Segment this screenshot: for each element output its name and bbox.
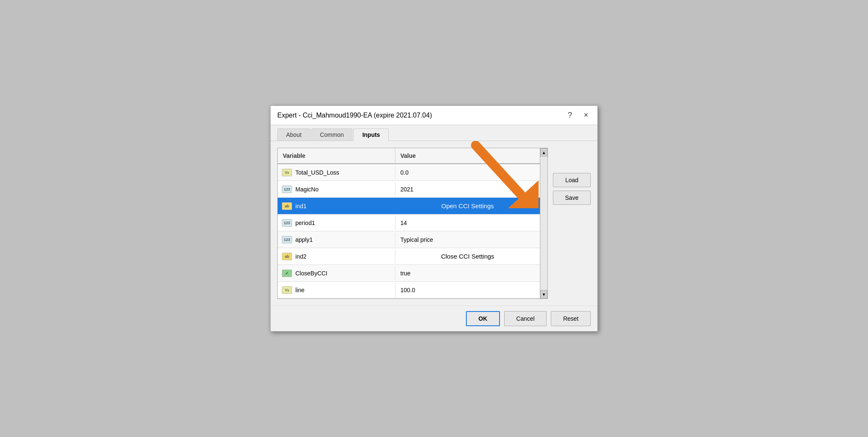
tab-about[interactable]: About xyxy=(277,128,310,141)
title-buttons: ? × xyxy=(565,110,591,120)
cancel-button[interactable]: Cancel xyxy=(504,311,547,326)
table-row[interactable]: V₂ Total_USD_Loss 0.0 xyxy=(278,164,540,181)
table-row[interactable]: ✓ CloseByCCI true xyxy=(278,265,540,282)
row-value: Open CCI Settings xyxy=(395,199,540,213)
var-name: line xyxy=(295,287,305,293)
table-scrollbar[interactable]: ▲ ▼ xyxy=(540,148,547,298)
row-value: 0.0 xyxy=(395,166,540,179)
table-body: V₂ Total_USD_Loss 0.0 123 MagicNo 2021 xyxy=(278,164,540,298)
var-name: apply1 xyxy=(295,236,313,243)
scroll-up-button[interactable]: ▲ xyxy=(540,148,547,157)
table-header: Variable Value xyxy=(278,148,540,164)
var-name: CloseByCCI xyxy=(295,270,327,277)
row-value: true xyxy=(395,267,540,280)
var-name: MagicNo xyxy=(295,186,318,193)
title-bar: Expert - Cci_Mahmoud1990-EA (expire 2021… xyxy=(271,106,597,125)
row-variable: ✓ CloseByCCI xyxy=(278,266,395,280)
icon-checkmark: ✓ xyxy=(282,270,292,277)
row-variable: V₂ line xyxy=(278,283,395,297)
row-variable: ab ind2 xyxy=(278,249,395,264)
table-row[interactable]: V₂ line 100.0 xyxy=(278,282,540,298)
row-value: 100.0 xyxy=(395,283,540,297)
icon-123: 123 xyxy=(282,219,292,227)
help-button[interactable]: ? xyxy=(565,110,574,120)
table-row[interactable]: 123 period1 14 xyxy=(278,215,540,231)
row-value: Close CCI Settings xyxy=(395,249,540,263)
row-value: Typical price xyxy=(395,233,540,246)
table-row[interactable]: ab ind1 Open CCI Settings xyxy=(278,198,540,215)
table-row[interactable]: ab ind2 Close CCI Settings xyxy=(278,248,540,265)
col-value-header: Value xyxy=(395,148,421,163)
expert-dialog: Expert - Cci_Mahmoud1990-EA (expire 2021… xyxy=(270,105,598,332)
row-value: 2021 xyxy=(395,183,540,196)
row-variable: V₂ Total_USD_Loss xyxy=(278,165,395,180)
save-button[interactable]: Save xyxy=(553,191,591,205)
tab-bar: About Common Inputs xyxy=(271,125,597,141)
icon-ab: ab xyxy=(282,253,292,260)
row-variable: 123 apply1 xyxy=(278,233,395,247)
reset-button[interactable]: Reset xyxy=(551,311,591,326)
inputs-table: Variable Value V₂ Total_USD_Loss 0.0 xyxy=(278,148,540,298)
bottom-bar: OK Cancel Reset xyxy=(271,306,597,331)
table-row[interactable]: 123 apply1 Typical price xyxy=(278,231,540,248)
table-wrapper: Variable Value V₂ Total_USD_Loss 0.0 xyxy=(277,148,548,299)
side-buttons: Load Save xyxy=(553,148,591,299)
row-variable: ab ind1 xyxy=(278,199,395,213)
col-variable-header: Variable xyxy=(278,148,395,163)
var-name: period1 xyxy=(295,220,315,226)
icon-v2: V₂ xyxy=(282,286,292,294)
scroll-track xyxy=(540,157,547,290)
icon-123: 123 xyxy=(282,236,292,243)
var-name: Total_USD_Loss xyxy=(295,169,339,176)
close-button[interactable]: × xyxy=(581,110,591,120)
icon-v2: V₂ xyxy=(282,169,292,176)
scroll-down-button[interactable]: ▼ xyxy=(540,290,547,298)
row-value: 14 xyxy=(395,216,540,230)
row-variable: 123 MagicNo xyxy=(278,182,395,196)
ok-button[interactable]: OK xyxy=(466,311,500,326)
row-variable: 123 period1 xyxy=(278,216,395,230)
tab-common[interactable]: Common xyxy=(311,128,353,141)
tab-inputs[interactable]: Inputs xyxy=(353,128,389,141)
var-name: ind2 xyxy=(295,253,306,260)
load-button[interactable]: Load xyxy=(553,173,591,187)
icon-ab: ab xyxy=(282,202,292,210)
var-name: ind1 xyxy=(295,203,306,209)
table-row[interactable]: 123 MagicNo 2021 xyxy=(278,181,540,198)
dialog-title: Expert - Cci_Mahmoud1990-EA (expire 2021… xyxy=(277,112,432,119)
content-area: Variable Value V₂ Total_USD_Loss 0.0 xyxy=(271,141,597,306)
icon-123: 123 xyxy=(282,186,292,193)
